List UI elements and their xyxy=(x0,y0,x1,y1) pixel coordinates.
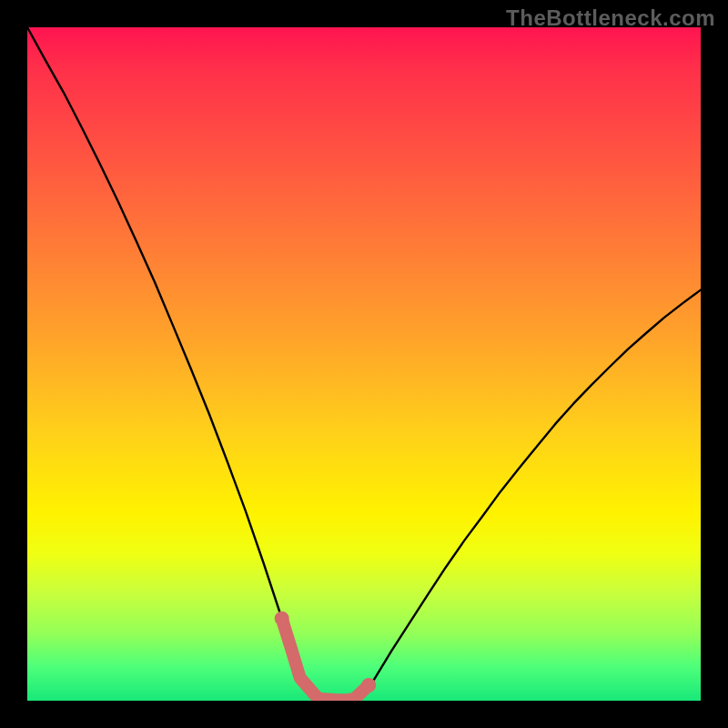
bottleneck-curve-path xyxy=(27,27,701,700)
fit-dot-left xyxy=(275,612,289,626)
fit-dot-right xyxy=(361,678,376,693)
fit-indicator-path xyxy=(282,619,369,701)
chart-frame: TheBottleneck.com xyxy=(0,0,728,728)
plot-area xyxy=(27,27,701,701)
chart-svg xyxy=(27,27,701,701)
